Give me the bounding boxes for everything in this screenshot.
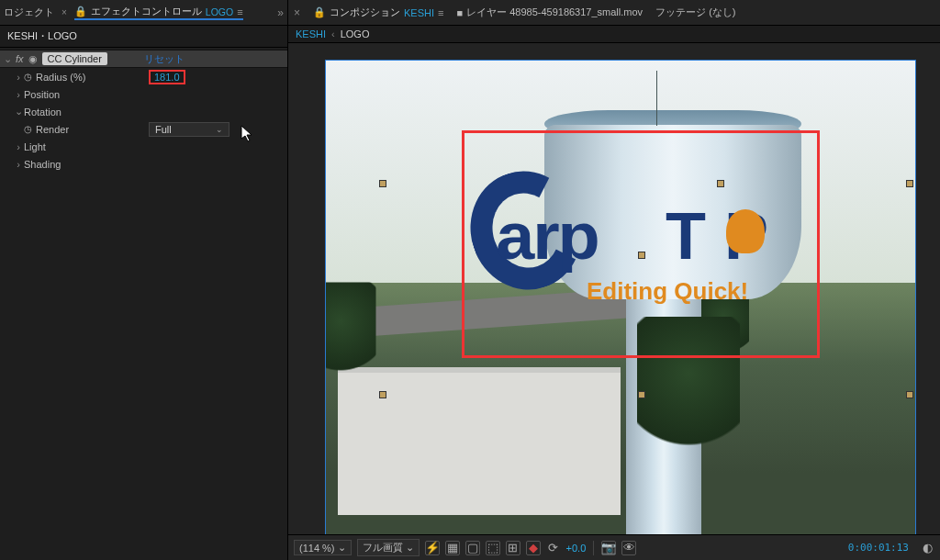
- crumb-layer[interactable]: LOGO: [341, 28, 370, 39]
- effect-visibility-icon[interactable]: ◉: [28, 53, 38, 65]
- prop-render-value-wrap: Full ⌄: [149, 122, 229, 137]
- prop-render-value: Full: [155, 124, 172, 135]
- stopwatch-icon[interactable]: ◷: [24, 72, 32, 82]
- tab-composition-prefix: コンポジション: [330, 6, 400, 19]
- tab-layer[interactable]: ■ レイヤー 48985-459186317_small.mov: [456, 6, 643, 19]
- chevron-left-icon: ‹: [331, 28, 335, 39]
- close-icon[interactable]: ×: [294, 6, 300, 19]
- layer-handle[interactable]: [717, 180, 724, 187]
- tab-footage[interactable]: フッテージ (なし): [655, 6, 735, 19]
- roi-icon[interactable]: ⬚: [486, 541, 500, 555]
- chevron-right-icon[interactable]: ›: [13, 72, 24, 83]
- more-tabs-icon[interactable]: »: [277, 6, 284, 19]
- prop-render-label: Render: [36, 124, 69, 135]
- right-panel-tabs: × 🔒 コンポジション KESHI ≡ ■ レイヤー 48985-4591863…: [288, 0, 940, 26]
- fx-toggle-icon[interactable]: fx: [16, 53, 24, 64]
- crumb-comp[interactable]: KESHI: [296, 28, 326, 39]
- panel-menu-icon[interactable]: ≡: [237, 6, 242, 17]
- chevron-down-icon: ⌄: [216, 125, 223, 134]
- tab-effect-controls-prefix: エフェクトコントロール: [91, 5, 202, 18]
- prop-light-label: Light: [24, 141, 46, 152]
- prop-radius-value[interactable]: 181.0: [149, 70, 185, 84]
- chevron-down-icon: ⌄: [338, 542, 346, 554]
- tab-project[interactable]: ロジェクト: [4, 6, 54, 19]
- transparency-grid-icon[interactable]: ▦: [445, 541, 460, 555]
- prop-radius-label: Radius (%): [36, 72, 85, 83]
- reset-exposure-icon[interactable]: ⟳: [546, 541, 561, 555]
- viewer-canvas[interactable]: arp T P Editing Quick!: [325, 60, 916, 534]
- exposure-value[interactable]: +0.0: [566, 543, 587, 554]
- snapshot-icon[interactable]: 📷: [601, 541, 616, 555]
- square-icon: ■: [456, 7, 463, 18]
- left-panel-tabs: ロジェクト × 🔒 エフェクトコントロール LOGO ≡ »: [0, 0, 287, 26]
- chevron-down-icon: ⌄: [406, 542, 414, 554]
- prop-render-row: ◷ Render Full ⌄: [0, 120, 287, 138]
- prop-light-row[interactable]: › Light: [0, 138, 287, 155]
- prop-shading-label: Shading: [24, 159, 61, 170]
- tab-layer-label: レイヤー 48985-459186317_small.mov: [466, 6, 643, 19]
- layer-handle[interactable]: [638, 252, 645, 259]
- separator: [593, 541, 594, 555]
- antenna: [656, 71, 657, 126]
- stopwatch-icon[interactable]: ◷: [24, 124, 32, 134]
- scene-tree: [325, 283, 375, 394]
- panel-menu-icon[interactable]: ≡: [438, 7, 443, 18]
- effect-controls-breadcrumb: KESHI・LOGO: [0, 26, 287, 48]
- layer-handle[interactable]: [379, 180, 386, 187]
- zoom-dropdown[interactable]: (114 %) ⌄: [294, 540, 352, 555]
- chevron-down-icon[interactable]: ⌄: [13, 106, 24, 118]
- lock-icon: 🔒: [313, 6, 326, 18]
- chevron-right-icon[interactable]: ›: [13, 141, 24, 152]
- layer-handle[interactable]: [638, 391, 645, 398]
- grid-guides-icon[interactable]: ⊞: [506, 541, 520, 555]
- close-icon[interactable]: ×: [62, 7, 67, 17]
- composition-viewer[interactable]: arp T P Editing Quick!: [288, 43, 940, 534]
- channel-icon[interactable]: ◆: [526, 541, 541, 555]
- layer-handle[interactable]: [379, 391, 386, 398]
- layer-handle[interactable]: [906, 180, 913, 187]
- show-snapshot-icon[interactable]: 👁: [621, 541, 636, 555]
- prop-position-row[interactable]: › Position: [0, 85, 287, 103]
- prop-radius-value-wrap: 181.0: [149, 72, 185, 83]
- tab-effect-controls[interactable]: 🔒 エフェクトコントロール LOGO ≡: [74, 5, 243, 20]
- effect-name[interactable]: CC Cylinder: [42, 52, 107, 65]
- shutter-icon[interactable]: ◐: [920, 541, 934, 555]
- tab-effect-controls-layer: LOGO: [206, 6, 233, 17]
- quality-value: フル画質: [363, 541, 403, 554]
- viewer-breadcrumb: KESHI ‹ LOGO: [288, 26, 940, 43]
- chevron-right-icon[interactable]: ›: [13, 159, 24, 170]
- prop-position-label: Position: [24, 89, 60, 100]
- mask-toggle-icon[interactable]: ▢: [465, 541, 480, 555]
- effect-header-row[interactable]: ⌄ fx ◉ CC Cylinder リセット: [0, 50, 287, 68]
- quality-dropdown[interactable]: フル画質 ⌄: [357, 539, 420, 556]
- scene-building: [338, 367, 621, 515]
- fast-preview-icon[interactable]: ⚡: [425, 541, 440, 555]
- lock-icon: 🔒: [74, 6, 87, 17]
- prop-rotation-row[interactable]: ⌄ Rotation: [0, 103, 287, 120]
- zoom-value: (114 %): [299, 543, 335, 554]
- tab-composition-name: KESHI: [404, 7, 434, 18]
- prop-radius-row: › ◷ Radius (%) 181.0: [0, 68, 287, 85]
- app-root: ロジェクト × 🔒 エフェクトコントロール LOGO ≡ » KESHI・LOG…: [0, 0, 940, 560]
- selection-highlight: [462, 130, 820, 358]
- timecode[interactable]: 0:00:01:13: [848, 542, 909, 554]
- tab-composition[interactable]: 🔒 コンポジション KESHI ≡: [313, 6, 443, 19]
- reset-button[interactable]: リセット: [144, 52, 185, 66]
- effect-controls-panel: ロジェクト × 🔒 エフェクトコントロール LOGO ≡ » KESHI・LOG…: [0, 0, 288, 560]
- prop-shading-row[interactable]: › Shading: [0, 155, 287, 173]
- composition-panel: × 🔒 コンポジション KESHI ≡ ■ レイヤー 48985-4591863…: [288, 0, 940, 560]
- prop-rotation-label: Rotation: [24, 106, 62, 118]
- chevron-right-icon[interactable]: ›: [13, 89, 24, 100]
- effect-property-list: ⌄ fx ◉ CC Cylinder リセット › ◷ Radius (%) 1…: [0, 48, 287, 560]
- layer-handle[interactable]: [906, 391, 913, 398]
- prop-render-dropdown[interactable]: Full ⌄: [149, 122, 229, 137]
- viewer-toolbar: (114 %) ⌄ フル画質 ⌄ ⚡ ▦ ▢ ⬚ ⊞ ◆ ⟳ +0.0 📷 👁 …: [288, 534, 940, 560]
- chevron-down-icon[interactable]: ⌄: [2, 53, 13, 65]
